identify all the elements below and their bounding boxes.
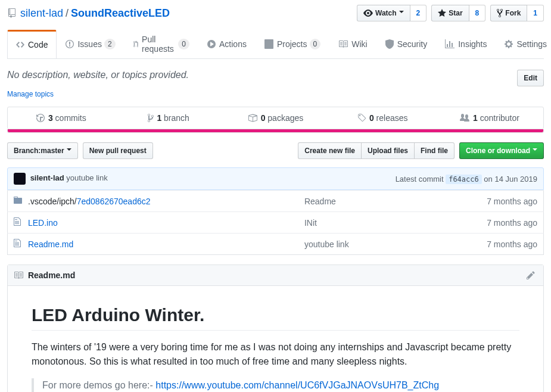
file-link[interactable]: 7ed0862670ead6c2 — [77, 197, 151, 206]
repo-link[interactable]: SoundReactiveLED — [71, 7, 170, 19]
star-icon — [438, 8, 446, 18]
numbers-summary: 3 commits 1 branch 0 packages 0 releases… — [7, 107, 544, 129]
tab-wiki[interactable]: Wiki — [329, 30, 376, 58]
fork-icon — [497, 8, 503, 18]
readme-youtube-link[interactable]: https://www.youtube.com/channel/UC6fVJGa… — [155, 380, 439, 390]
commit-author-link[interactable]: silent-lad — [30, 173, 64, 182]
watch-button[interactable]: Watch — [357, 5, 410, 21]
readme-p1: The winters of '19 were a very boring ti… — [32, 340, 519, 369]
code-icon — [16, 40, 24, 49]
folder-icon — [8, 191, 23, 212]
file-age: 7 months ago — [415, 234, 544, 255]
commit-tease: silent-lad youtube link Latest commit f6… — [7, 167, 544, 190]
contributors-link[interactable]: 1 contributor — [460, 113, 519, 123]
releases-link[interactable]: 0 releases — [357, 113, 408, 123]
tab-insights[interactable]: Insights — [436, 30, 496, 58]
readme-blockquote: For more demos go here:- https://www.you… — [32, 378, 519, 392]
file-list: .vscode/ipch/7ed0862670ead6c2Readme7 mon… — [7, 190, 544, 255]
packages-link[interactable]: 0 packages — [248, 113, 304, 123]
file-age: 7 months ago — [415, 212, 544, 234]
repo-nav: Code Issues2 Pull requests0 Actions Proj… — [7, 30, 544, 59]
manage-topics-link[interactable]: Manage topics — [7, 90, 544, 98]
graph-icon — [445, 39, 455, 49]
commit-sha-link[interactable]: f64acc6 — [446, 175, 482, 184]
readme-h1: LED Arduino Winter. — [32, 305, 519, 331]
book-icon — [14, 270, 23, 280]
package-icon — [248, 113, 257, 123]
history-icon — [36, 113, 45, 123]
star-button[interactable]: Star — [431, 5, 469, 21]
upload-files-button[interactable]: Upload files — [361, 142, 414, 159]
repo-title: silent-lad / SoundReactiveLED — [7, 7, 170, 20]
branches-link[interactable]: 1 branch — [148, 113, 189, 123]
edit-readme-button[interactable] — [527, 270, 537, 280]
file-link[interactable]: LED.ino — [28, 218, 58, 228]
file-commit-message[interactable]: youtube link — [298, 234, 415, 255]
file-commit-message[interactable]: Readme — [298, 191, 415, 212]
table-row: LED.inoINit7 months ago — [8, 212, 544, 234]
file-icon — [8, 212, 23, 234]
eye-icon — [363, 8, 373, 18]
watch-count[interactable]: 2 — [410, 5, 427, 21]
file-name-prefix: .vscode/ipch/ — [28, 197, 77, 206]
table-row: .vscode/ipch/7ed0862670ead6c2Readme7 mon… — [8, 191, 544, 212]
tab-settings[interactable]: Settings — [496, 30, 551, 58]
latest-commit-label: Latest commit — [396, 175, 446, 183]
tab-pulls[interactable]: Pull requests0 — [124, 30, 198, 58]
branch-select-button[interactable]: Branch: master — [7, 142, 78, 159]
edit-button[interactable]: Edit — [517, 70, 544, 86]
people-icon — [460, 113, 469, 123]
book-icon — [338, 39, 348, 49]
file-icon — [8, 234, 23, 255]
tab-security[interactable]: Security — [376, 30, 437, 58]
star-count[interactable]: 8 — [469, 5, 486, 21]
fork-count[interactable]: 1 — [527, 5, 544, 21]
avatar[interactable] — [14, 173, 26, 185]
branch-icon — [148, 113, 154, 123]
clone-button[interactable]: Clone or download — [459, 142, 544, 159]
pencil-icon — [527, 270, 535, 280]
new-pr-button[interactable]: New pull request — [83, 142, 153, 159]
play-icon — [207, 39, 216, 49]
owner-link[interactable]: silent-lad — [20, 7, 63, 20]
pr-icon — [133, 39, 138, 49]
table-row: Readme.mdyoutube link7 months ago — [8, 234, 544, 255]
project-icon — [264, 39, 273, 49]
create-file-button[interactable]: Create new file — [298, 142, 361, 159]
tab-code[interactable]: Code — [7, 30, 57, 58]
file-commit-message[interactable]: INit — [298, 212, 415, 234]
readme-filename: Readme.md — [28, 270, 75, 280]
commits-link[interactable]: 3 commits — [36, 113, 86, 123]
repo-description: No description, website, or topics provi… — [7, 70, 189, 80]
tag-icon — [357, 113, 366, 123]
file-age: 7 months ago — [415, 191, 544, 212]
commit-date: on 14 Jun 2019 — [482, 175, 537, 183]
tab-projects[interactable]: Projects0 — [256, 30, 329, 58]
separator: / — [66, 7, 69, 20]
fork-button[interactable]: Fork — [490, 5, 527, 21]
tab-actions[interactable]: Actions — [198, 30, 256, 58]
find-file-button[interactable]: Find file — [414, 142, 455, 159]
file-link[interactable]: Readme.md — [28, 239, 73, 249]
issue-icon — [66, 39, 74, 49]
shield-icon — [385, 39, 394, 49]
gear-icon — [505, 39, 513, 49]
readme-box: Readme.md LED Arduino Winter. The winter… — [7, 265, 544, 392]
tab-issues[interactable]: Issues2 — [57, 30, 124, 58]
repo-icon — [7, 8, 17, 18]
commit-message[interactable]: youtube link — [66, 173, 107, 182]
language-bar[interactable] — [7, 129, 544, 133]
